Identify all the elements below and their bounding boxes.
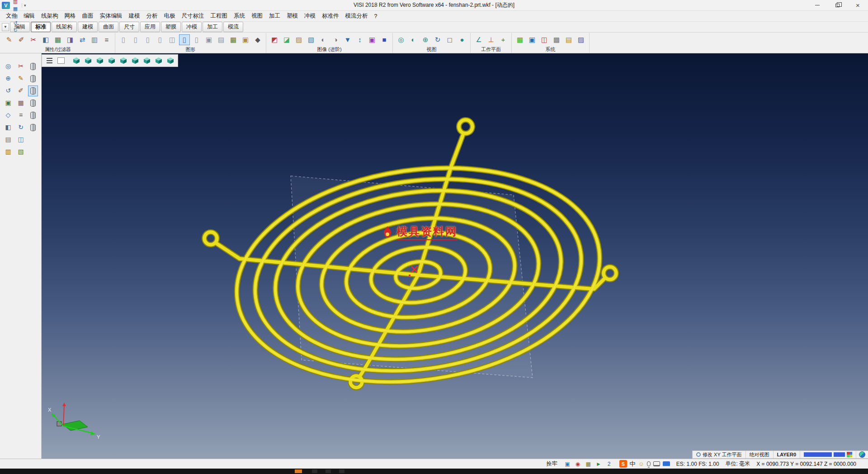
help-count-icon[interactable]: 2 bbox=[605, 460, 613, 468]
toolbar-icon-shade-b[interactable]: ◪ bbox=[281, 34, 292, 45]
left-tool-redo[interactable]: ↻ bbox=[15, 122, 27, 133]
toolbar-icon-rotate[interactable]: ↻ bbox=[432, 34, 443, 45]
toolbar-icon-blue-cube[interactable]: ■ bbox=[379, 34, 390, 45]
left-tool-draw[interactable]: ✐ bbox=[15, 85, 27, 96]
toolbar-icon-cyl-4[interactable]: ▯ bbox=[155, 34, 165, 45]
menu-modeling[interactable]: 建模 bbox=[126, 11, 143, 21]
capture-icon[interactable]: ◉ bbox=[574, 460, 582, 468]
viewport-icon[interactable]: ▣ bbox=[564, 460, 571, 468]
toolbar-icon-frame[interactable]: ◻ bbox=[444, 34, 455, 45]
left-tool-grid[interactable]: ▦ bbox=[15, 97, 27, 108]
menu-electrode[interactable]: 电极 bbox=[161, 11, 179, 21]
plot-icon[interactable]: ▧ bbox=[11, 13, 19, 20]
view-mode-indicator[interactable]: 绝对视图 bbox=[746, 451, 774, 458]
grid-icon[interactable]: ▦ bbox=[585, 460, 592, 468]
toolbar-icon-square[interactable]: ▣ bbox=[367, 34, 377, 45]
cube-view-side[interactable] bbox=[118, 56, 129, 66]
toolbar-icon-half-b[interactable]: ◑ bbox=[330, 34, 341, 45]
undo-icon[interactable]: ↺ bbox=[11, 20, 19, 27]
toolbar-icon-slant[interactable]: ▨ bbox=[576, 34, 586, 45]
menu-standard-parts[interactable]: 标准件 bbox=[319, 11, 342, 21]
layer-indicator[interactable]: LAYER0 bbox=[774, 451, 800, 458]
left-tool-snap[interactable]: ⊕ bbox=[2, 73, 14, 84]
toolbar-icon-green-grid[interactable]: ▦ bbox=[514, 34, 525, 45]
app-icon[interactable]: V bbox=[2, 2, 10, 9]
menu-analysis[interactable]: 分析 bbox=[143, 11, 161, 21]
cube-view-front[interactable] bbox=[106, 56, 117, 66]
left-tool-rows[interactable]: ▤ bbox=[2, 134, 14, 145]
tab-moldflow[interactable]: 模流 bbox=[223, 22, 243, 32]
tab-surface[interactable]: 曲面 bbox=[99, 22, 118, 32]
toolbar-icon-cyl-3[interactable]: ▯ bbox=[142, 34, 153, 45]
toolbar-icon-cyl-2[interactable]: ▯ bbox=[130, 34, 141, 45]
tab-die[interactable]: 冲模 bbox=[182, 22, 202, 32]
toolbar-icon-diamond[interactable]: ◆ bbox=[252, 34, 263, 45]
toolbar-icon-down[interactable]: ▼ bbox=[342, 34, 353, 45]
workplane-indicator[interactable]: 修改 XY 工作平面 bbox=[693, 451, 746, 458]
left-tool-hatch[interactable]: ▥ bbox=[2, 146, 14, 157]
redo-icon[interactable]: ↻ bbox=[11, 27, 19, 34]
menu-help[interactable]: ? bbox=[371, 12, 381, 21]
left-tool-shade[interactable]: ▧ bbox=[15, 146, 27, 157]
tab-modeling[interactable]: 建模 bbox=[78, 22, 98, 32]
toolbar-icon-shade-a[interactable]: ◩ bbox=[269, 34, 280, 45]
left-tool-panel[interactable]: ◫ bbox=[15, 134, 27, 145]
toolbar-icon-pen[interactable]: ✐ bbox=[16, 34, 27, 45]
menu-solid-edit[interactable]: 实体编辑 bbox=[97, 11, 126, 21]
left-tool-trim[interactable]: ✂ bbox=[15, 61, 27, 71]
toolbar-icon-cyl-5[interactable]: ◫ bbox=[167, 34, 178, 45]
toolbar-icon-hatch-b[interactable]: ▧ bbox=[306, 34, 316, 45]
menu-wireframe[interactable]: 线架构 bbox=[38, 11, 61, 21]
print-icon[interactable]: ▦ bbox=[11, 5, 19, 13]
model-canvas[interactable] bbox=[42, 53, 868, 459]
toolbar-icon-swap[interactable]: ⇄ bbox=[77, 34, 88, 45]
left-tool-select[interactable]: ◎ bbox=[2, 61, 14, 71]
toolbar-icon-halfshade[interactable]: ◧ bbox=[40, 34, 51, 45]
toolbar-icon-updown[interactable]: ↕ bbox=[354, 34, 365, 45]
toolbar-icon-cyl-active[interactable]: ▯ bbox=[179, 34, 190, 45]
blank-view-button[interactable] bbox=[56, 56, 66, 66]
menu-dimension[interactable]: 尺寸标注 bbox=[179, 11, 208, 21]
toolbar-icon-list[interactable]: ≡ bbox=[101, 34, 112, 45]
layer-cylinder-6[interactable] bbox=[28, 122, 38, 133]
layer-cylinder-5[interactable] bbox=[28, 110, 38, 121]
cube-view-iso-3[interactable] bbox=[153, 56, 164, 66]
toolbar-icon-angle[interactable]: ∠ bbox=[473, 34, 484, 45]
left-tool-edit[interactable]: ✎ bbox=[15, 73, 27, 84]
toolbar-icon-cyl-8[interactable]: ▤ bbox=[216, 34, 226, 45]
toolbar-icon-monitor[interactable]: ▣ bbox=[527, 34, 538, 45]
left-tool-undo[interactable]: ↺ bbox=[2, 85, 14, 96]
left-tool-box[interactable]: ▣ bbox=[2, 97, 14, 108]
orientation-sphere-icon[interactable] bbox=[859, 451, 865, 458]
layer-cylinder-3[interactable] bbox=[28, 85, 38, 96]
quick-access-caret-icon[interactable]: ▾ bbox=[22, 3, 28, 8]
menu-machining[interactable]: 加工 bbox=[266, 11, 283, 21]
tab-wireframe[interactable]: 线架构 bbox=[52, 22, 77, 32]
layer-cylinder-1[interactable] bbox=[28, 61, 38, 72]
taskbar-icon[interactable] bbox=[312, 469, 317, 473]
toolbar-icon-trim[interactable]: ✂ bbox=[28, 34, 39, 45]
toolbar-icon-halfview[interactable]: ◐ bbox=[408, 34, 419, 45]
menu-moldflow[interactable]: 模流分析 bbox=[342, 11, 371, 21]
ime-keyboard-icon[interactable] bbox=[653, 461, 660, 466]
toolbar-icon-plus[interactable]: + bbox=[498, 34, 509, 45]
taskbar-icon[interactable] bbox=[339, 469, 344, 473]
close-button[interactable]: × bbox=[848, 0, 868, 11]
viewport-3d[interactable]: 模具资料网 X Y bbox=[42, 53, 868, 459]
toolbar-icon-zoom[interactable]: ⊕ bbox=[420, 34, 431, 45]
ime-emoji-icon[interactable]: ☺ bbox=[638, 460, 644, 467]
toolbar-icon-rows[interactable]: ▤ bbox=[563, 34, 574, 45]
toolbar-icon-mesh[interactable]: ▩ bbox=[551, 34, 562, 45]
cube-view-top[interactable] bbox=[94, 56, 105, 66]
taskbar-icon[interactable] bbox=[326, 469, 331, 473]
toolbar-icon-grid[interactable]: ▦ bbox=[52, 34, 63, 45]
ime-softkeyboard-icon[interactable] bbox=[663, 461, 670, 467]
pointer-icon[interactable]: ► bbox=[595, 460, 603, 468]
menu-view[interactable]: 视图 bbox=[248, 11, 266, 21]
toolbar-icon-cyl-6[interactable]: ▯ bbox=[191, 34, 202, 45]
toolbar-icon-perp[interactable]: ⊥ bbox=[486, 34, 496, 45]
toolbar-icon-box[interactable]: ▣ bbox=[240, 34, 251, 45]
ime-lang-toggle[interactable]: 中 bbox=[630, 460, 636, 468]
left-tool-diamond[interactable]: ◇ bbox=[2, 109, 14, 120]
menu-mesh[interactable]: 网格 bbox=[61, 11, 79, 21]
